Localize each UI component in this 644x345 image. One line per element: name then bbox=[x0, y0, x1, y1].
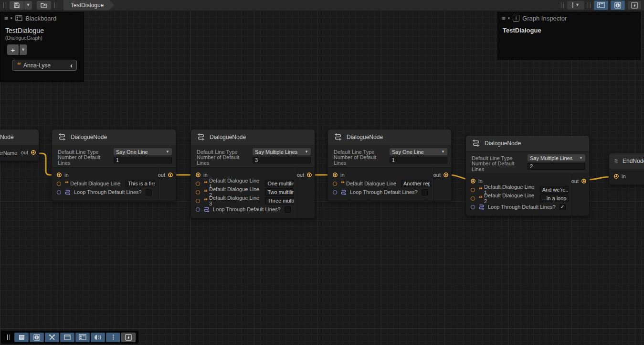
dialogue-line-value: Three multili bbox=[267, 198, 294, 204]
loop-label: Loop Through Default Lines? bbox=[74, 189, 142, 195]
line-type-dropdown[interactable]: Say Multiple Lines ▼ bbox=[528, 154, 585, 162]
line-type-value: Say One Line bbox=[116, 149, 148, 155]
line-type-dropdown[interactable]: Say One Line ▼ bbox=[114, 148, 172, 155]
string-port[interactable] bbox=[196, 182, 200, 186]
quote-icon: ❛❛ bbox=[478, 195, 481, 201]
kebab-menu-icon bbox=[572, 2, 573, 8]
out-port[interactable] bbox=[31, 150, 36, 155]
out-port-label: out bbox=[158, 172, 165, 178]
drag-handle-icon[interactable]: ≡ bbox=[4, 15, 8, 22]
string-port[interactable] bbox=[471, 188, 475, 192]
bool-port[interactable] bbox=[333, 190, 337, 194]
in-port[interactable] bbox=[471, 179, 475, 183]
bool-port[interactable] bbox=[57, 190, 61, 194]
num-lines-input[interactable]: 1 bbox=[114, 157, 172, 163]
inspector-graph-name: TestDialogue bbox=[498, 24, 640, 37]
quote-icon: ❛❛ bbox=[203, 180, 206, 186]
blackboard-button[interactable] bbox=[75, 333, 90, 342]
bottom-toolbar-drag-handle[interactable] bbox=[7, 334, 10, 340]
string-port[interactable] bbox=[196, 190, 200, 194]
num-lines-input[interactable]: 3 bbox=[253, 157, 311, 163]
loop-checkbox[interactable] bbox=[422, 189, 428, 195]
save-dropdown-button[interactable]: ▼ bbox=[24, 1, 32, 10]
graph-tab[interactable]: TestDialogue bbox=[63, 0, 114, 11]
dialogue-line-value: Another regu bbox=[403, 181, 431, 186]
num-lines-value: 1 bbox=[392, 157, 395, 163]
blackboard-icon bbox=[15, 15, 22, 21]
collapse-caret-icon[interactable]: ▾ bbox=[508, 16, 510, 21]
dialogue-line-input[interactable]: And we're... bbox=[540, 186, 569, 194]
preview-button[interactable] bbox=[91, 333, 105, 342]
dialogue-node-4[interactable]: DialogueNode Default Line Type Say Multi… bbox=[465, 135, 590, 216]
line-type-dropdown[interactable]: Say Multiple Lines ▼ bbox=[253, 148, 311, 155]
num-lines-value: 2 bbox=[530, 163, 533, 169]
out-port[interactable] bbox=[443, 172, 448, 177]
dialogue-node-2[interactable]: DialogueNode Default Line Type Say Multi… bbox=[190, 129, 315, 218]
end-node[interactable]: EndNode in bbox=[609, 153, 644, 185]
dialogue-node-3[interactable]: DialogueNode Default Line Type Say One L… bbox=[327, 129, 452, 201]
node-title-label: DialogueNode bbox=[347, 134, 383, 140]
tools-button[interactable] bbox=[45, 333, 59, 342]
window-button[interactable] bbox=[60, 333, 74, 342]
loop-checkbox[interactable] bbox=[285, 206, 291, 213]
add-property-button[interactable]: + bbox=[7, 44, 19, 55]
collapse-chevron-icon[interactable]: ‹ bbox=[70, 62, 73, 69]
out-port[interactable] bbox=[168, 172, 173, 177]
dialogue-line-input[interactable]: One multiline bbox=[265, 180, 294, 187]
loop-label: Loop Through Default Lines? bbox=[350, 189, 418, 195]
add-property-dropdown[interactable]: ▼ bbox=[20, 44, 27, 55]
loop-checkbox-checked[interactable]: ✓ bbox=[560, 204, 566, 210]
start-node-title: Node bbox=[0, 134, 14, 140]
dialogue-line-input[interactable]: Two multiline bbox=[265, 188, 294, 196]
more-button[interactable] bbox=[106, 333, 120, 342]
save-icon bbox=[13, 2, 20, 9]
line-type-dropdown[interactable]: Say One Line ▼ bbox=[390, 148, 447, 155]
dialogue-line-input[interactable]: Another regu bbox=[401, 180, 431, 187]
quote-icon: ❛❛ bbox=[64, 180, 67, 186]
save-button[interactable] bbox=[10, 1, 24, 10]
graph-inspector-toggle-button[interactable] bbox=[611, 0, 625, 10]
in-port-label: in bbox=[340, 172, 345, 178]
inspector-button[interactable] bbox=[30, 333, 44, 342]
in-port[interactable] bbox=[196, 172, 201, 177]
loop-checkbox[interactable] bbox=[146, 189, 152, 195]
in-port-label: in bbox=[622, 173, 626, 179]
dialogue-line-input[interactable]: This is a first bbox=[126, 180, 155, 187]
out-port[interactable] bbox=[581, 179, 586, 183]
flame-toggle-button[interactable] bbox=[121, 333, 136, 342]
out-port[interactable] bbox=[307, 172, 312, 177]
string-port[interactable] bbox=[196, 199, 200, 203]
start-node[interactable]: Node kerName out bbox=[0, 129, 39, 161]
tools-icon bbox=[49, 334, 55, 341]
toolbar-drag-handle[interactable] bbox=[3, 2, 6, 8]
bool-port[interactable] bbox=[471, 205, 475, 209]
blackboard-property-anna-lyse[interactable]: ❛❛ Anna-Lyse ‹ bbox=[12, 60, 77, 71]
string-port[interactable] bbox=[471, 196, 475, 201]
drag-handle-icon[interactable]: ≡ bbox=[502, 15, 505, 22]
in-port[interactable] bbox=[614, 174, 619, 179]
blackboard-header[interactable]: ≡ ▾ Blackboard bbox=[0, 12, 84, 24]
num-lines-input[interactable]: 2 bbox=[528, 163, 585, 170]
dialogue-node-1[interactable]: DialogueNode Default Line Type Say One L… bbox=[52, 129, 176, 201]
overflow-menu-button[interactable]: ▼ bbox=[567, 1, 584, 10]
bool-port[interactable] bbox=[196, 207, 200, 212]
graph-inspector-header[interactable]: ≡ ▾ i Graph Inspector bbox=[498, 12, 640, 24]
in-port[interactable] bbox=[333, 172, 338, 177]
string-port[interactable] bbox=[57, 182, 61, 186]
open-asset-button[interactable] bbox=[37, 1, 51, 10]
collapse-caret-icon[interactable]: ▾ bbox=[11, 16, 13, 21]
dialogue-line-input[interactable]: Three multili bbox=[265, 197, 294, 205]
num-lines-label: Number of Default Lines bbox=[197, 154, 253, 166]
preview-toggle-button[interactable] bbox=[627, 0, 642, 10]
dialogue-line-label: Default Dialogue Line bbox=[70, 181, 120, 186]
console-button[interactable] bbox=[14, 333, 29, 342]
string-port[interactable] bbox=[333, 182, 337, 186]
in-port[interactable] bbox=[57, 172, 62, 177]
line-type-value: Say Multiple Lines bbox=[255, 149, 297, 155]
blackboard-toggle-button[interactable] bbox=[594, 0, 608, 10]
dialogue-line-input[interactable]: ...in a loop bbox=[540, 194, 569, 202]
graph-tab-label: TestDialogue bbox=[71, 2, 104, 9]
blackboard-graph-name: TestDialogue bbox=[0, 24, 84, 34]
num-lines-input[interactable]: 1 bbox=[390, 157, 447, 163]
info-icon: i bbox=[513, 15, 519, 22]
